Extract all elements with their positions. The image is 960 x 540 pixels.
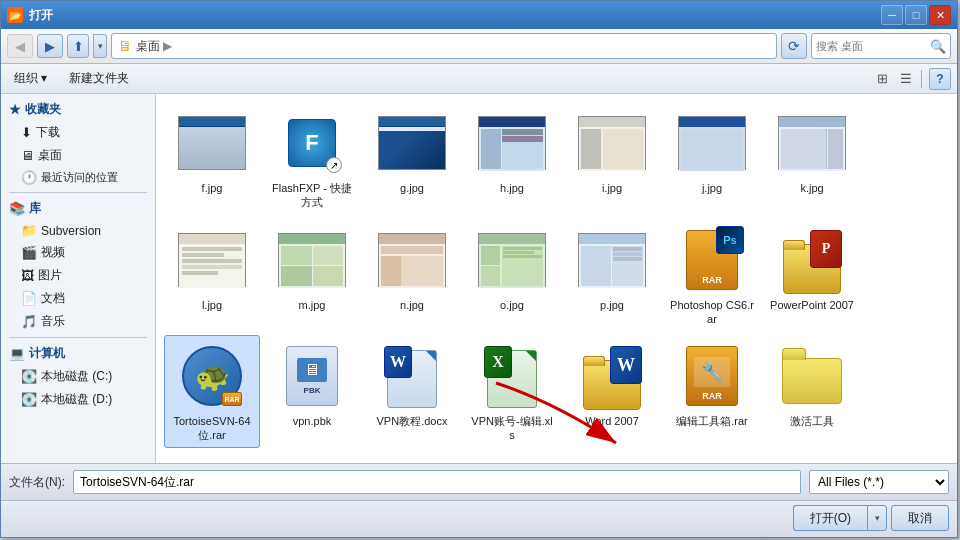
sidebar-item-recent[interactable]: 🕐 最近访问的位置: [1, 167, 155, 188]
file-area[interactable]: f.jpg F ↗ FlashFXP - 快捷方式: [156, 94, 957, 463]
sidebar-item-desktop[interactable]: 🖥 桌面: [1, 144, 155, 167]
forward-button[interactable]: ▶: [37, 34, 63, 58]
help-button[interactable]: ?: [929, 68, 951, 90]
file-icon-word2007: W: [576, 340, 648, 412]
search-input[interactable]: [816, 40, 930, 52]
file-name-k: k.jpg: [800, 181, 823, 195]
file-icon-m: [276, 224, 348, 296]
sidebar-item-documents[interactable]: 📄 文档: [1, 287, 155, 310]
file-item-n[interactable]: n.jpg: [364, 219, 460, 332]
file-icon-vpn-pbk: 🖥 PBK: [276, 340, 348, 412]
file-icon-n: [376, 224, 448, 296]
sidebar-header-library[interactable]: 📚 库: [1, 197, 155, 220]
recent-icon: 🕐: [21, 170, 37, 185]
file-item-p[interactable]: p.jpg: [564, 219, 660, 332]
open-dropdown-button[interactable]: ▾: [867, 505, 887, 531]
sidebar-library-label: 库: [29, 200, 41, 217]
file-item-g[interactable]: g.jpg: [364, 102, 460, 215]
file-icon-g: [376, 107, 448, 179]
dialog-title: 打开: [29, 7, 881, 24]
sidebar-documents-label: 文档: [41, 290, 65, 307]
file-item-m[interactable]: m.jpg: [264, 219, 360, 332]
file-icon-f: [176, 107, 248, 179]
sidebar-subversion-label: Subversion: [41, 224, 101, 238]
new-folder-button[interactable]: 新建文件夹: [62, 67, 136, 90]
open-button[interactable]: 打开(O): [793, 505, 867, 531]
file-item-word2007[interactable]: W Word 2007: [564, 335, 660, 448]
nav-dropdown[interactable]: ▾: [93, 34, 107, 58]
dialog-icon: 📂: [7, 7, 23, 23]
drive-d-icon: 💽: [21, 392, 37, 407]
music-icon: 🎵: [21, 314, 37, 329]
file-icon-k: [776, 107, 848, 179]
sidebar-section-favorites: ★ 收藏夹 ⬇ 下载 🖥 桌面 🕐 最近访问的位置: [1, 98, 155, 188]
sidebar-item-pictures[interactable]: 🖼 图片: [1, 264, 155, 287]
sidebar-header-computer[interactable]: 💻 计算机: [1, 342, 155, 365]
up-button[interactable]: ⬆: [67, 34, 89, 58]
file-item-powerpoint[interactable]: P PowerPoint 2007: [764, 219, 860, 332]
address-desktop-icon: 🖥: [118, 38, 132, 54]
file-item-i[interactable]: i.jpg: [564, 102, 660, 215]
file-icon-activate: [776, 340, 848, 412]
file-item-o[interactable]: o.jpg: [464, 219, 560, 332]
sidebar-item-video[interactable]: 🎬 视频: [1, 241, 155, 264]
sidebar-item-drive-c[interactable]: 💽 本地磁盘 (C:): [1, 365, 155, 388]
action-toolbar: 组织 ▾ 新建文件夹 ⊞ ☰ ?: [1, 64, 957, 94]
filename-input[interactable]: [73, 470, 801, 494]
view-list-button[interactable]: ☰: [895, 68, 917, 90]
file-item-activate[interactable]: 激活工具: [764, 335, 860, 448]
file-item-editor[interactable]: 🔧 RAR 编辑工具箱.rar: [664, 335, 760, 448]
sidebar-divider-1: [9, 192, 147, 193]
search-icon[interactable]: 🔍: [930, 39, 946, 54]
file-item-vpn-pbk[interactable]: 🖥 PBK vpn.pbk: [264, 335, 360, 448]
file-name-g: g.jpg: [400, 181, 424, 195]
view-details-button[interactable]: ⊞: [871, 68, 893, 90]
sidebar-desktop-label: 桌面: [38, 147, 62, 164]
minimize-button[interactable]: ─: [881, 5, 903, 25]
file-name-powerpoint: PowerPoint 2007: [770, 298, 854, 312]
file-item-tortoise[interactable]: 🐢 RAR TortoiseSVN-64位.rar: [164, 335, 260, 448]
file-icon-powerpoint: P: [776, 224, 848, 296]
file-item-h[interactable]: h.jpg: [464, 102, 560, 215]
file-icon-i: [576, 107, 648, 179]
file-item-k[interactable]: k.jpg: [764, 102, 860, 215]
file-item-f[interactable]: f.jpg: [164, 102, 260, 215]
window-controls: ─ □ ✕: [881, 5, 951, 25]
desktop-icon: 🖥: [21, 148, 34, 163]
file-name-f: f.jpg: [202, 181, 223, 195]
file-name-vpn-docx: VPN教程.docx: [377, 414, 448, 428]
file-icon-p: [576, 224, 648, 296]
file-name-editor: 编辑工具箱.rar: [676, 414, 748, 428]
maximize-button[interactable]: □: [905, 5, 927, 25]
file-icon-flashfxp: F ↗: [276, 107, 348, 179]
sidebar-header-favorites[interactable]: ★ 收藏夹: [1, 98, 155, 121]
file-icon-l: [176, 224, 248, 296]
sidebar-item-music[interactable]: 🎵 音乐: [1, 310, 155, 333]
file-icon-tortoise: 🐢 RAR: [176, 340, 248, 412]
file-item-l[interactable]: l.jpg: [164, 219, 260, 332]
file-icon-photoshop: RAR Ps: [676, 224, 748, 296]
file-icon-h: [476, 107, 548, 179]
file-name-p: p.jpg: [600, 298, 624, 312]
sidebar-item-downloads[interactable]: ⬇ 下载: [1, 121, 155, 144]
close-button[interactable]: ✕: [929, 5, 951, 25]
filename-label: 文件名(N):: [9, 474, 65, 491]
main-content: ★ 收藏夹 ⬇ 下载 🖥 桌面 🕐 最近访问的位置: [1, 94, 957, 463]
file-item-photoshop[interactable]: RAR Ps Photoshop CS6.rar: [664, 219, 760, 332]
file-item-vpn-docx[interactable]: W VPN教程.docx: [364, 335, 460, 448]
organize-button[interactable]: 组织 ▾: [7, 67, 54, 90]
file-name-h: h.jpg: [500, 181, 524, 195]
sidebar-favorites-label: 收藏夹: [25, 101, 61, 118]
refresh-button[interactable]: ⟳: [781, 33, 807, 59]
cancel-button[interactable]: 取消: [891, 505, 949, 531]
file-item-j[interactable]: j.jpg: [664, 102, 760, 215]
sidebar-item-drive-d[interactable]: 💽 本地磁盘 (D:): [1, 388, 155, 411]
address-separator: ▶: [163, 39, 172, 53]
file-name-flashfxp: FlashFXP - 快捷方式: [269, 181, 355, 210]
file-item-vpn-xls[interactable]: X VPN账号-编辑.xls: [464, 335, 560, 448]
back-button[interactable]: ◀: [7, 34, 33, 58]
address-bar[interactable]: 🖥 桌面 ▶: [111, 33, 777, 59]
file-item-flashfxp[interactable]: F ↗ FlashFXP - 快捷方式: [264, 102, 360, 215]
filetype-select[interactable]: All Files (*.*): [809, 470, 949, 494]
sidebar-item-subversion[interactable]: 📁 Subversion: [1, 220, 155, 241]
